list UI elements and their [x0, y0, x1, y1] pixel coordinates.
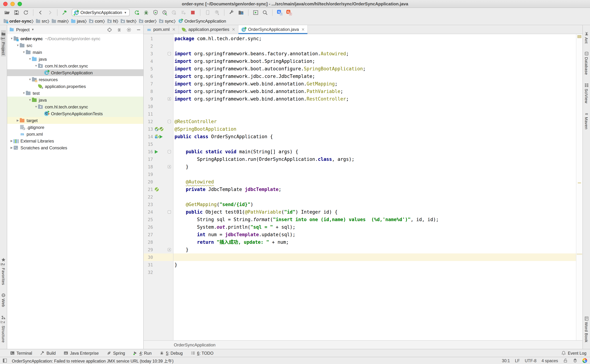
tree-toggle-collapsed-icon[interactable]: ▶	[10, 139, 14, 143]
code-line[interactable]: import org.springframework.web.bind.anno…	[173, 80, 576, 88]
tree-row-main[interactable]: ▼main	[7, 49, 143, 56]
rerun-button[interactable]	[132, 9, 141, 17]
tree-row-src[interactable]: ▼src	[7, 42, 143, 49]
spring-bean-gutter-icon[interactable]	[159, 127, 163, 131]
breadcrumb-item-sync[interactable]: sync	[159, 19, 174, 24]
code-line[interactable]: import org.springframework.boot.autoconf…	[173, 65, 576, 72]
tree-row-external-libraries[interactable]: ▶External Libraries	[7, 137, 143, 144]
code-line[interactable]: import org.springframework.web.bind.anno…	[173, 88, 576, 95]
code-line[interactable]	[173, 140, 576, 148]
translate-blue-button[interactable]: G文	[275, 9, 284, 17]
breadcrumb-item-src[interactable]: src	[36, 19, 47, 24]
code-line[interactable]: System.out.println("sql = " + sql);	[173, 223, 576, 231]
tree-row-pom-xml[interactable]: mpom.xml	[7, 131, 143, 137]
breadcrumb-class[interactable]: OrderSyncApplication	[174, 342, 216, 347]
save-all-button[interactable]	[12, 9, 21, 17]
run-configuration-selector[interactable]: OrderSyncApplication▼	[72, 9, 130, 16]
caret-position-mark[interactable]	[577, 254, 582, 255]
panel-settings-button[interactable]	[126, 27, 131, 32]
code-line[interactable]: @SpringBootApplication	[173, 125, 576, 133]
fold-end-icon[interactable]: ∧	[168, 97, 171, 101]
attach-off-button[interactable]	[203, 9, 212, 17]
code-line[interactable]: return "插入成功, update: " + num;	[173, 238, 576, 246]
toolwindow-button-build[interactable]: Build	[40, 351, 56, 355]
tree-row--gitignore[interactable]: .gitignore	[7, 124, 143, 131]
code-line[interactable]: @Autowired	[173, 178, 576, 186]
google-translate-status-icon[interactable]	[583, 358, 587, 363]
tree-row-com-hl-tech-order-sync[interactable]: ▼com.hl.tech.order.sync	[7, 62, 143, 69]
strip-tab-sciview[interactable]: SciView	[584, 81, 589, 105]
close-tab-icon[interactable]: ✕	[172, 27, 175, 32]
strip-tab-ant[interactable]: Ant	[584, 30, 589, 45]
code-line[interactable]: package com.hl.tech.order.sync;	[173, 35, 576, 42]
strip-tab-7-structure[interactable]: 7: Structure	[1, 313, 6, 344]
editor-tab-ordersyncapplication-java[interactable]: OrderSyncApplication.java✕	[238, 25, 308, 34]
open-button[interactable]	[3, 9, 12, 17]
tree-row-target[interactable]: ▶target	[7, 117, 143, 124]
fold-collapse-icon[interactable]: −	[168, 150, 171, 153]
back-button[interactable]	[36, 9, 45, 17]
chevron-down-icon[interactable]: ▼	[31, 28, 34, 31]
toolwindow-button-java-enterprise[interactable]: EEJava Enterprise	[64, 351, 99, 355]
deploy-off-button[interactable]	[213, 9, 221, 17]
tree-toggle-expanded-icon[interactable]: ▼	[34, 105, 38, 108]
code-line[interactable]	[173, 193, 576, 201]
debug-button[interactable]	[142, 9, 151, 17]
error-stripe[interactable]	[576, 34, 583, 340]
unlock-icon[interactable]	[563, 358, 568, 363]
code-line[interactable]: import org.springframework.jdbc.core.Jdb…	[173, 72, 576, 80]
tree-row-ordersyncapplication[interactable]: OrderSyncApplication	[7, 69, 143, 76]
spring-bean-gutter-icon[interactable]	[155, 135, 159, 139]
synchronize-button[interactable]	[21, 9, 30, 17]
tree-row-scratches-and-consoles[interactable]: ▶Scratches and Consoles	[7, 144, 143, 151]
tree-toggle-expanded-icon[interactable]: ▼	[34, 64, 38, 67]
breadcrumb-item-order[interactable]: order	[139, 19, 155, 24]
code-line[interactable]: @RestController	[173, 118, 576, 125]
editor-breadcrumb[interactable]: OrderSyncApplication	[144, 340, 583, 349]
strip-tab-maven[interactable]: mMaven	[584, 110, 589, 131]
fold-collapse-icon[interactable]: −	[168, 120, 171, 123]
editor-tab-pom-xml[interactable]: mpom.xml✕	[144, 25, 179, 34]
code-editor[interactable]: package com.hl.tech.order.sync;import or…	[173, 34, 576, 340]
tree-toggle-expanded-icon[interactable]: ▼	[28, 58, 32, 61]
fold-end-icon[interactable]: ∧	[168, 165, 171, 168]
code-line[interactable]	[173, 254, 576, 261]
caret-position[interactable]: 30:1	[502, 358, 510, 363]
code-line[interactable]: String sql = String.format("insert into …	[173, 216, 576, 223]
strip-tab-word-book[interactable]: Word Book	[584, 315, 589, 344]
close-tab-icon[interactable]: ✕	[232, 27, 235, 32]
project-structure-button[interactable]	[237, 9, 245, 17]
search-button[interactable]	[261, 9, 269, 17]
locate-file-button[interactable]	[107, 27, 112, 32]
profile-off-button[interactable]	[170, 9, 178, 17]
strip-tab-2-favorites[interactable]: 2: Favorites	[1, 256, 6, 286]
code-line[interactable]	[173, 103, 576, 110]
code-line[interactable]: }	[173, 163, 576, 170]
breadcrumb-item-com[interactable]: com	[89, 19, 103, 24]
tree-row-java[interactable]: ▼java	[7, 97, 143, 103]
project-view-title[interactable]: Project	[16, 27, 30, 32]
close-tab-icon[interactable]: ✕	[302, 27, 305, 32]
tool-window-toggle-icon[interactable]	[3, 359, 7, 363]
toolwindow-button-5-debug[interactable]: 5: Debug	[159, 351, 183, 355]
hide-panel-button[interactable]	[136, 27, 141, 32]
fold-end-icon[interactable]: ∧	[168, 248, 171, 251]
code-line[interactable]	[173, 110, 576, 118]
highlighting-level-icon[interactable]	[573, 358, 577, 363]
tree-row-application-properties[interactable]: application.properties	[7, 83, 143, 90]
code-line[interactable]: public Object test01(@PathVariable("id")…	[173, 208, 576, 216]
settings-button[interactable]	[227, 9, 236, 17]
tree-toggle-expanded-icon[interactable]: ▼	[22, 51, 26, 54]
toolwindow-button-spring[interactable]: Spring	[107, 351, 125, 355]
fold-collapse-icon[interactable]: −	[168, 210, 171, 214]
code-line[interactable]: public static void main(String[] args) {	[173, 148, 576, 156]
file-encoding[interactable]: UTF-8	[525, 358, 537, 363]
run-line-icon[interactable]	[159, 135, 163, 138]
code-line[interactable]: import org.springframework.beans.factory…	[173, 50, 576, 58]
indent-setting[interactable]: 4 spaces	[542, 358, 558, 363]
collapse-all-button[interactable]	[117, 27, 122, 32]
code-line[interactable]: int num = jdbcTemplate.update(sql);	[173, 231, 576, 238]
spring-bean-gutter-icon[interactable]	[155, 187, 159, 191]
line-separator[interactable]: LF	[515, 358, 520, 363]
tree-toggle-collapsed-icon[interactable]: ▶	[10, 146, 14, 149]
